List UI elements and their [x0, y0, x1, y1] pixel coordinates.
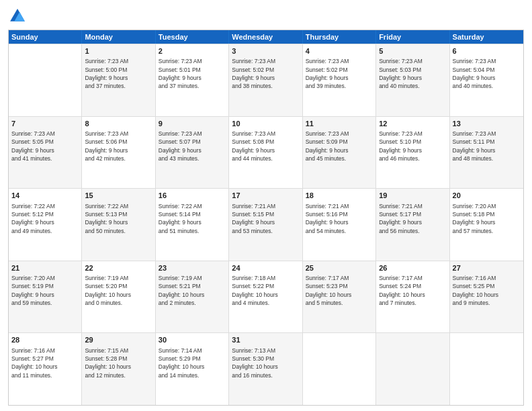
table-row: 19Sunrise: 7:21 AMSunset: 5:17 PMDayligh… — [376, 189, 449, 261]
table-row — [9, 44, 82, 116]
day-number: 13 — [453, 119, 521, 129]
cell-text: Sunrise: 7:23 AMSunset: 5:11 PMDaylight:… — [453, 130, 521, 163]
cell-text: Sunrise: 7:21 AMSunset: 5:15 PMDaylight:… — [232, 202, 299, 235]
cell-text: Sunrise: 7:19 AMSunset: 5:21 PMDaylight:… — [159, 274, 226, 307]
cell-text: Sunrise: 7:19 AMSunset: 5:20 PMDaylight:… — [85, 274, 152, 307]
table-row: 4Sunrise: 7:23 AMSunset: 5:02 PMDaylight… — [303, 44, 376, 116]
cell-text: Sunrise: 7:23 AMSunset: 5:10 PMDaylight:… — [379, 130, 446, 163]
cell-text: Sunrise: 7:23 AMSunset: 5:08 PMDaylight:… — [232, 130, 299, 163]
day-number: 11 — [306, 119, 373, 129]
cell-text: Sunrise: 7:22 AMSunset: 5:13 PMDaylight:… — [85, 202, 152, 235]
table-row: 28Sunrise: 7:16 AMSunset: 5:27 PMDayligh… — [9, 333, 82, 405]
table-row: 8Sunrise: 7:23 AMSunset: 5:06 PMDaylight… — [82, 117, 155, 189]
cell-text: Sunrise: 7:17 AMSunset: 5:23 PMDaylight:… — [306, 274, 373, 307]
table-row: 23Sunrise: 7:19 AMSunset: 5:21 PMDayligh… — [156, 261, 229, 333]
day-number: 5 — [379, 46, 446, 56]
cell-text: Sunrise: 7:17 AMSunset: 5:24 PMDaylight:… — [379, 274, 446, 307]
day-number: 9 — [159, 119, 226, 129]
table-row: 31Sunrise: 7:13 AMSunset: 5:30 PMDayligh… — [229, 333, 302, 405]
table-row: 29Sunrise: 7:15 AMSunset: 5:28 PMDayligh… — [82, 333, 155, 405]
day-number: 12 — [379, 119, 446, 129]
header-day-saturday: Saturday — [450, 30, 523, 44]
cell-text: Sunrise: 7:16 AMSunset: 5:27 PMDaylight:… — [11, 347, 79, 379]
day-number: 30 — [159, 335, 226, 345]
cell-text: Sunrise: 7:13 AMSunset: 5:30 PMDaylight:… — [232, 347, 299, 379]
table-row: 9Sunrise: 7:23 AMSunset: 5:07 PMDaylight… — [156, 117, 229, 189]
table-row: 7Sunrise: 7:23 AMSunset: 5:05 PMDaylight… — [9, 117, 82, 189]
day-number: 26 — [379, 263, 446, 273]
day-number: 18 — [306, 191, 373, 201]
table-row: 12Sunrise: 7:23 AMSunset: 5:10 PMDayligh… — [376, 117, 449, 189]
day-number: 15 — [85, 191, 152, 201]
cell-text: Sunrise: 7:15 AMSunset: 5:28 PMDaylight:… — [85, 347, 152, 379]
table-row: 20Sunrise: 7:20 AMSunset: 5:18 PMDayligh… — [450, 189, 523, 261]
day-number: 7 — [11, 119, 79, 129]
table-row: 22Sunrise: 7:19 AMSunset: 5:20 PMDayligh… — [82, 261, 155, 333]
header-day-wednesday: Wednesday — [229, 30, 302, 44]
table-row: 13Sunrise: 7:23 AMSunset: 5:11 PMDayligh… — [450, 117, 523, 189]
day-number: 28 — [11, 335, 79, 345]
day-number: 8 — [85, 119, 152, 129]
page: SundayMondayTuesdayWednesdayThursdayFrid… — [0, 0, 532, 411]
calendar: SundayMondayTuesdayWednesdayThursdayFrid… — [8, 30, 524, 406]
cell-text: Sunrise: 7:22 AMSunset: 5:12 PMDaylight:… — [11, 202, 79, 235]
day-number: 21 — [11, 263, 79, 273]
table-row: 11Sunrise: 7:23 AMSunset: 5:09 PMDayligh… — [303, 117, 376, 189]
table-row: 30Sunrise: 7:14 AMSunset: 5:29 PMDayligh… — [156, 333, 229, 405]
cell-text: Sunrise: 7:20 AMSunset: 5:18 PMDaylight:… — [453, 202, 521, 235]
table-row: 21Sunrise: 7:20 AMSunset: 5:19 PMDayligh… — [9, 261, 82, 333]
header-day-friday: Friday — [376, 30, 449, 44]
table-row: 24Sunrise: 7:18 AMSunset: 5:22 PMDayligh… — [229, 261, 302, 333]
table-row: 1Sunrise: 7:23 AMSunset: 5:00 PMDaylight… — [82, 44, 155, 116]
header — [8, 7, 524, 26]
table-row: 18Sunrise: 7:21 AMSunset: 5:16 PMDayligh… — [303, 189, 376, 261]
cell-text: Sunrise: 7:20 AMSunset: 5:19 PMDaylight:… — [11, 274, 79, 307]
cell-text: Sunrise: 7:23 AMSunset: 5:00 PMDaylight:… — [85, 57, 152, 90]
day-number: 6 — [453, 46, 521, 56]
table-row: 14Sunrise: 7:22 AMSunset: 5:12 PMDayligh… — [9, 189, 82, 261]
cell-text: Sunrise: 7:23 AMSunset: 5:02 PMDaylight:… — [232, 57, 299, 90]
cell-text: Sunrise: 7:23 AMSunset: 5:05 PMDaylight:… — [11, 130, 79, 163]
table-row — [303, 333, 376, 405]
table-row: 6Sunrise: 7:23 AMSunset: 5:04 PMDaylight… — [450, 44, 523, 116]
cell-text: Sunrise: 7:23 AMSunset: 5:02 PMDaylight:… — [306, 57, 373, 90]
calendar-row-1: 7Sunrise: 7:23 AMSunset: 5:05 PMDaylight… — [9, 116, 523, 189]
table-row — [376, 333, 449, 405]
cell-text: Sunrise: 7:21 AMSunset: 5:17 PMDaylight:… — [379, 202, 446, 235]
day-number: 16 — [159, 191, 226, 201]
day-number: 22 — [85, 263, 152, 273]
table-row: 15Sunrise: 7:22 AMSunset: 5:13 PMDayligh… — [82, 189, 155, 261]
day-number: 1 — [85, 46, 152, 56]
header-day-monday: Monday — [82, 30, 155, 44]
cell-text: Sunrise: 7:21 AMSunset: 5:16 PMDaylight:… — [306, 202, 373, 235]
cell-text: Sunrise: 7:14 AMSunset: 5:29 PMDaylight:… — [159, 347, 226, 379]
day-number: 2 — [159, 46, 226, 56]
day-number: 27 — [453, 263, 521, 273]
header-day-thursday: Thursday — [303, 30, 376, 44]
table-row — [450, 333, 523, 405]
cell-text: Sunrise: 7:16 AMSunset: 5:25 PMDaylight:… — [453, 274, 521, 307]
table-row: 16Sunrise: 7:22 AMSunset: 5:14 PMDayligh… — [156, 189, 229, 261]
calendar-row-2: 14Sunrise: 7:22 AMSunset: 5:12 PMDayligh… — [9, 188, 523, 261]
cell-text: Sunrise: 7:23 AMSunset: 5:04 PMDaylight:… — [453, 57, 521, 90]
table-row: 2Sunrise: 7:23 AMSunset: 5:01 PMDaylight… — [156, 44, 229, 116]
calendar-row-3: 21Sunrise: 7:20 AMSunset: 5:19 PMDayligh… — [9, 261, 523, 333]
day-number: 17 — [232, 191, 299, 201]
cell-text: Sunrise: 7:23 AMSunset: 5:09 PMDaylight:… — [306, 130, 373, 163]
day-number: 24 — [232, 263, 299, 273]
calendar-row-4: 28Sunrise: 7:16 AMSunset: 5:27 PMDayligh… — [9, 332, 523, 405]
day-number: 25 — [306, 263, 373, 273]
day-number: 19 — [379, 191, 446, 201]
day-number: 31 — [232, 335, 299, 345]
table-row: 5Sunrise: 7:23 AMSunset: 5:03 PMDaylight… — [376, 44, 449, 116]
header-day-tuesday: Tuesday — [156, 30, 229, 44]
cell-text: Sunrise: 7:23 AMSunset: 5:01 PMDaylight:… — [159, 57, 226, 90]
day-number: 3 — [232, 46, 299, 56]
day-number: 4 — [306, 46, 373, 56]
table-row: 10Sunrise: 7:23 AMSunset: 5:08 PMDayligh… — [229, 117, 302, 189]
table-row: 27Sunrise: 7:16 AMSunset: 5:25 PMDayligh… — [450, 261, 523, 333]
calendar-body: 1Sunrise: 7:23 AMSunset: 5:00 PMDaylight… — [9, 44, 523, 405]
cell-text: Sunrise: 7:23 AMSunset: 5:07 PMDaylight:… — [159, 130, 226, 163]
table-row: 25Sunrise: 7:17 AMSunset: 5:23 PMDayligh… — [303, 261, 376, 333]
table-row: 17Sunrise: 7:21 AMSunset: 5:15 PMDayligh… — [229, 189, 302, 261]
